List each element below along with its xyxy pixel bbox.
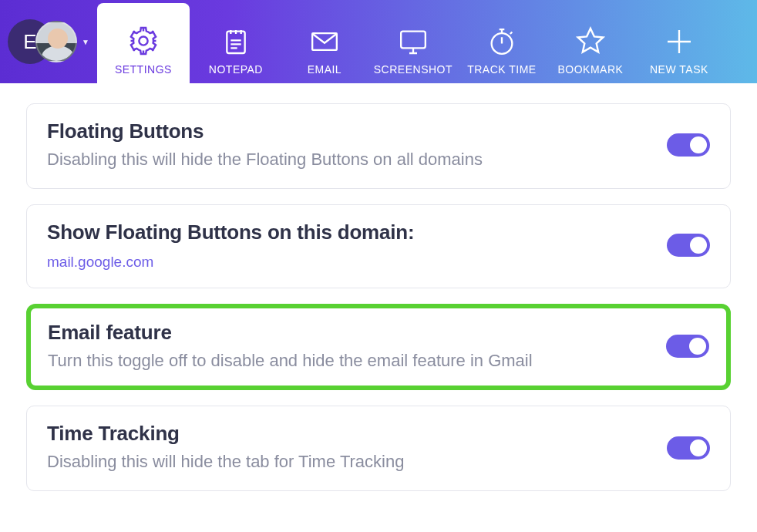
svg-rect-3	[401, 32, 426, 49]
email-icon	[307, 26, 342, 57]
toggle-floating-buttons[interactable]	[667, 133, 710, 157]
setting-text: Email feature Turn this toggle off to di…	[48, 321, 533, 372]
setting-title: Show Floating Buttons on this domain:	[47, 221, 414, 244]
tab-label: TRACK TIME	[467, 63, 537, 76]
setting-description: Turn this toggle off to disable and hide…	[48, 349, 533, 372]
stopwatch-icon	[486, 26, 517, 57]
tab-settings[interactable]: SETTINGS	[97, 3, 190, 83]
setting-time-tracking: Time Tracking Disabling this will hide t…	[26, 406, 731, 491]
svg-rect-1	[227, 32, 244, 53]
domain-link[interactable]: mail.google.com	[47, 254, 153, 271]
setting-text: Time Tracking Disabling this will hide t…	[47, 422, 404, 473]
notepad-icon	[220, 26, 251, 57]
toggle-show-domain[interactable]	[667, 234, 710, 257]
tab-label: SCREENSHOT	[374, 63, 453, 76]
profile-switcher[interactable]: E ▼	[0, 0, 94, 83]
setting-description: Disabling this will hide the Floating Bu…	[47, 148, 483, 171]
caret-down-icon: ▼	[82, 38, 89, 46]
tab-notepad[interactable]: NOTEPAD	[190, 6, 282, 83]
user-avatar	[35, 21, 77, 62]
setting-email-feature: Email feature Turn this toggle off to di…	[26, 304, 731, 391]
tab-label: SETTINGS	[115, 63, 172, 76]
tab-email[interactable]: EMAIL	[282, 6, 367, 83]
tab-track-time[interactable]: TRACK TIME	[459, 6, 544, 83]
tab-screenshot[interactable]: SCREENSHOT	[367, 6, 459, 83]
setting-floating-buttons: Floating Buttons Disabling this will hid…	[26, 103, 731, 189]
tab-label: NEW TASK	[650, 63, 708, 76]
setting-title: Floating Buttons	[47, 120, 483, 143]
setting-title: Time Tracking	[47, 422, 404, 446]
setting-title: Email feature	[48, 321, 533, 345]
svg-point-0	[139, 36, 147, 45]
tab-label: BOOKMARK	[557, 63, 623, 76]
tab-bookmark[interactable]: BOOKMARK	[544, 6, 637, 83]
setting-text: Show Floating Buttons on this domain: ma…	[47, 221, 414, 271]
tab-new-task[interactable]: NEW TASK	[637, 6, 722, 83]
setting-show-domain: Show Floating Buttons on this domain: ma…	[26, 204, 731, 288]
setting-text: Floating Buttons Disabling this will hid…	[47, 120, 483, 171]
tab-label: NOTEPAD	[209, 63, 263, 76]
toggle-time-tracking[interactable]	[667, 436, 710, 460]
app-header: E ▼ SETTINGS NOTEPAD EMAIL	[0, 0, 757, 83]
screenshot-icon	[395, 26, 431, 57]
setting-description: Disabling this will hide the tab for Tim…	[47, 450, 404, 473]
tab-label: EMAIL	[308, 63, 342, 76]
plus-icon	[664, 26, 695, 57]
settings-panel: Floating Buttons Disabling this will hid…	[0, 83, 757, 491]
toggle-email-feature[interactable]	[666, 335, 709, 358]
tab-bar: SETTINGS NOTEPAD EMAIL SCREENSHOT	[97, 0, 722, 83]
gear-icon	[127, 25, 160, 57]
star-icon	[574, 25, 607, 57]
